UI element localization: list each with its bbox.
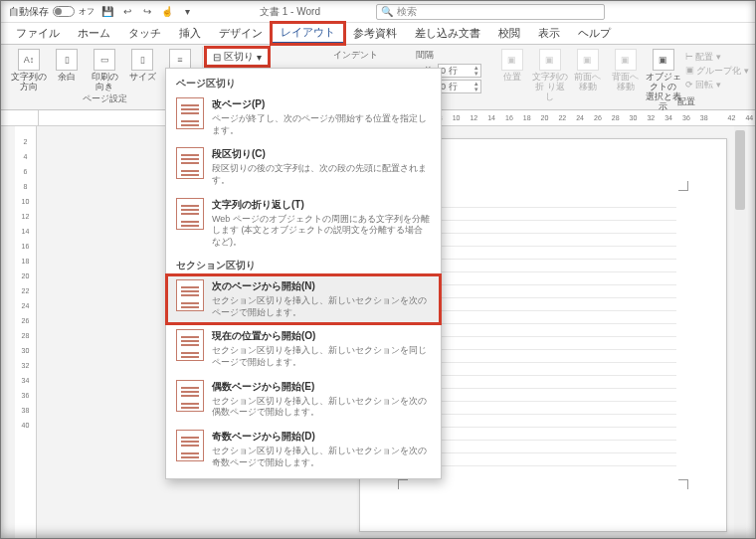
breaks-item-title: 次のページから開始(N) <box>212 279 431 293</box>
breaks-item-6[interactable]: 奇数ページから開始(D)セクション区切りを挿入し、新しいセクションを次の奇数ペー… <box>166 425 441 474</box>
breaks-item-icon <box>176 329 204 361</box>
tab-2[interactable]: タッチ <box>119 23 170 44</box>
breaks-item-title: 現在の位置から開始(O) <box>212 329 431 343</box>
orientation-button[interactable]: ▭印刷の 向き <box>87 49 122 92</box>
wrap-text-button: ▣文字列の折 り返し <box>532 49 568 112</box>
size-button[interactable]: ▯サイズ <box>124 49 160 92</box>
breaks-item-desc: セクション区切りを挿入し、新しいセクションを次の偶数ページで開始します。 <box>212 396 431 419</box>
breaks-item-2[interactable]: 文字列の折り返し(T)Web ページのオブジェクトの周囲にある文字列を分離します… <box>166 193 441 255</box>
ribbon-tabstrip: ファイルホームタッチ挿入デザインレイアウト参考資料差し込み文書校閲表示ヘルプ <box>1 23 755 45</box>
tab-8[interactable]: 校閲 <box>489 23 529 44</box>
breaks-item-desc: 段区切りの後の文字列は、次の段の先頭に配置されます。 <box>212 163 431 186</box>
breaks-button[interactable]: ⊟ 区切り ▾ <box>207 49 268 65</box>
breaks-icon: ⊟ <box>213 52 221 63</box>
title-bar: 自動保存 オフ 💾 ↩ ↪ ☝ ▾ 文書 1 - Word 🔍 検索 <box>1 1 755 23</box>
align-button: ⊢ 配置 ▾ <box>685 51 749 64</box>
search-icon: 🔍 <box>381 6 393 17</box>
breaks-item-title: 改ページ(P) <box>212 97 431 111</box>
indent-label: インデント <box>333 49 378 62</box>
breaks-item-icon <box>176 147 204 179</box>
tab-1[interactable]: ホーム <box>69 23 119 44</box>
search-box[interactable]: 🔍 検索 <box>376 4 605 20</box>
scrollbar-thumb[interactable] <box>735 130 745 210</box>
breaks-item-3[interactable]: 次のページから開始(N)セクション区切りを挿入し、新しいセクションを次のページで… <box>166 274 441 324</box>
breaks-item-5[interactable]: 偶数ページから開始(E)セクション区切りを挿入し、新しいセクションを次の偶数ペー… <box>166 375 441 425</box>
save-icon[interactable]: 💾 <box>100 5 114 19</box>
breaks-item-0[interactable]: 改ページ(P)ページが終了し、次のページが開始する位置を指定します。 <box>166 92 441 142</box>
breaks-item-title: 文字列の折り返し(T) <box>212 198 431 212</box>
tab-0[interactable]: ファイル <box>7 23 69 44</box>
breaks-item-icon <box>176 198 204 230</box>
arrange-group-label: 配置 <box>677 95 695 108</box>
margins-button[interactable]: ▯余白 <box>49 49 85 92</box>
dropdown-section-header: ページ区切り <box>166 73 441 92</box>
tab-7[interactable]: 差し込み文書 <box>406 23 489 44</box>
bring-forward-button: ▣前面へ 移動 <box>570 49 606 112</box>
breaks-item-desc: セクション区切りを挿入し、新しいセクションを次の奇数ページで開始します。 <box>212 446 431 468</box>
tab-6[interactable]: 参考資料 <box>344 23 406 44</box>
tab-3[interactable]: 挿入 <box>170 23 210 44</box>
arrange-group: ▣位置 ▣文字列の折 り返し ▣前面へ 移動 ▣背面へ 移動 ▣オブジェクトの … <box>494 47 749 107</box>
breaks-item-desc: セクション区切りを挿入し、新しいセクションを次のページで開始します。 <box>212 295 431 318</box>
undo-icon[interactable]: ↩ <box>120 5 134 19</box>
breaks-item-icon <box>176 380 204 412</box>
ruler-vertical: 246810121416182022242628303234363840 <box>15 126 37 538</box>
breaks-item-desc: ページが終了し、次のページが開始する位置を指定します。 <box>212 113 431 136</box>
document-title: 文書 1 - Word <box>260 5 320 19</box>
redo-icon[interactable]: ↪ <box>140 5 154 19</box>
breaks-item-icon <box>176 279 204 311</box>
text-direction-button[interactable]: A↕文字列の 方向 <box>11 49 47 92</box>
breaks-item-4[interactable]: 現在の位置から開始(O)セクション区切りを挿入し、新しいセクションを同じページで… <box>166 324 441 374</box>
scrollbar-vertical[interactable] <box>734 126 746 538</box>
autosave-state: オフ <box>79 6 94 17</box>
selection-pane-button[interactable]: ▣オブジェクトの 選択と表示 <box>646 49 681 112</box>
autosave-toggle[interactable]: 自動保存 オフ <box>9 5 94 19</box>
breaks-item-icon <box>176 97 204 129</box>
rotate-button: ⟳ 回転 ▾ <box>685 79 749 91</box>
breaks-item-title: 偶数ページから開始(E) <box>212 380 431 394</box>
tab-5[interactable]: レイアウト <box>272 23 344 44</box>
breaks-item-1[interactable]: 段区切り(C)段区切りの後の文字列は、次の段の先頭に配置されます。 <box>166 142 441 192</box>
breaks-dropdown: ページ区切り改ページ(P)ページが終了し、次のページが開始する位置を指定します。… <box>165 68 442 479</box>
tab-4[interactable]: デザイン <box>210 23 272 44</box>
search-placeholder: 検索 <box>397 5 417 19</box>
tab-9[interactable]: 表示 <box>529 23 569 44</box>
breaks-item-title: 段区切り(C) <box>212 147 431 161</box>
breaks-label: 区切り <box>224 50 254 64</box>
spacing-label: 間隔 <box>416 49 481 62</box>
breaks-item-desc: セクション区切りを挿入し、新しいセクションを同じページで開始します。 <box>212 345 431 368</box>
tab-10[interactable]: ヘルプ <box>569 23 620 44</box>
breaks-item-title: 奇数ページから開始(D) <box>212 430 431 444</box>
position-button: ▣位置 <box>494 49 530 112</box>
breaks-item-icon <box>176 430 204 461</box>
group-button: ▣ グループ化 ▾ <box>685 65 749 78</box>
touch-mode-icon[interactable]: ☝ <box>160 5 174 19</box>
dropdown-section-header: セクション区切り <box>166 255 441 274</box>
autosave-label: 自動保存 <box>9 5 49 19</box>
breaks-item-desc: Web ページのオブジェクトの周囲にある文字列を分離します (本文とオブジェクト… <box>212 214 431 249</box>
qat-more-icon[interactable]: ▾ <box>180 5 194 19</box>
toggle-icon <box>53 6 75 17</box>
chevron-down-icon: ▾ <box>257 52 262 63</box>
send-backward-button: ▣背面へ 移動 <box>608 49 644 112</box>
